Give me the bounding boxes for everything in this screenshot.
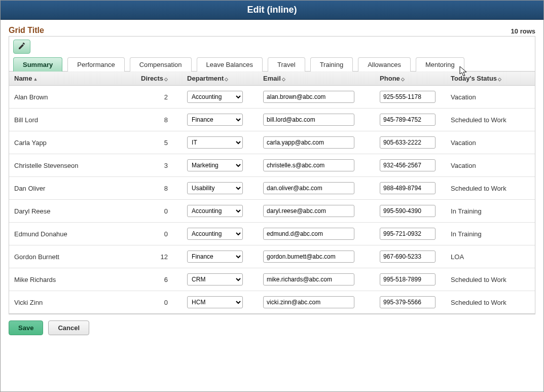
email-input[interactable] (263, 205, 354, 217)
table-row: Daryl Reese0AccountingFinanceITMarketing… (9, 200, 535, 223)
cell-directs: 2 (136, 86, 182, 109)
cell-phone (375, 291, 446, 314)
phone-input[interactable] (380, 228, 436, 240)
cell-phone (375, 200, 446, 223)
cell-directs: 5 (136, 131, 182, 154)
cell-email (258, 268, 375, 291)
cell-directs: 12 (136, 245, 182, 268)
column-header-email[interactable]: Email◇ (258, 72, 375, 86)
column-header-department[interactable]: Department◇ (182, 72, 258, 86)
phone-input[interactable] (380, 296, 436, 308)
action-bar: Save Cancel (9, 320, 535, 335)
table-row: Mike Richards6AccountingFinanceITMarketi… (9, 268, 535, 291)
cell-department: AccountingFinanceITMarketingUsabilityCRM… (182, 86, 258, 109)
table-row: Vicki Zinn0AccountingFinanceITMarketingU… (9, 291, 535, 314)
email-input[interactable] (263, 182, 354, 194)
cell-phone (375, 109, 446, 131)
cell-department: AccountingFinanceITMarketingUsabilityCRM… (182, 291, 258, 314)
save-button[interactable]: Save (9, 320, 43, 335)
cell-name: Bill Lord (9, 109, 136, 131)
cell-department: AccountingFinanceITMarketingUsabilityCRM… (182, 154, 258, 177)
tab-summary[interactable]: Summary (13, 57, 62, 72)
sort-icon: ◇ (401, 77, 405, 82)
table-row: Edmund Donahue0AccountingFinanceITMarket… (9, 223, 535, 245)
cell-directs: 3 (136, 154, 182, 177)
column-header-row: Name▲ Directs◇ Department◇ Email◇ Phone◇ (9, 72, 535, 86)
cancel-button[interactable]: Cancel (48, 320, 89, 335)
cell-email (258, 223, 375, 245)
email-input[interactable] (263, 251, 354, 263)
department-select[interactable]: AccountingFinanceITMarketingUsabilityCRM… (187, 296, 243, 308)
tab-allowances[interactable]: Allowances (358, 57, 411, 72)
phone-input[interactable] (380, 273, 436, 286)
cell-name: Daryl Reese (9, 200, 136, 223)
column-header-name[interactable]: Name▲ (9, 72, 136, 86)
department-select[interactable]: AccountingFinanceITMarketingUsabilityCRM… (187, 91, 243, 103)
cell-department: AccountingFinanceITMarketingUsabilityCRM… (182, 268, 258, 291)
row-count-label: 10 rows (511, 27, 535, 35)
cell-name: Alan Brown (9, 86, 136, 109)
cell-email (258, 154, 375, 177)
tab-leave-balances[interactable]: Leave Balances (197, 57, 263, 72)
email-input[interactable] (263, 159, 354, 171)
phone-input[interactable] (380, 114, 436, 126)
phone-input[interactable] (380, 205, 436, 217)
email-input[interactable] (263, 114, 354, 126)
window-title: Edit (inline) (1, 1, 543, 20)
cell-status: Scheduled to Work (446, 109, 535, 131)
department-select[interactable]: AccountingFinanceITMarketingUsabilityCRM… (187, 159, 243, 171)
phone-input[interactable] (380, 182, 436, 194)
phone-input[interactable] (380, 159, 436, 171)
column-header-status-label: Today's Status (451, 75, 497, 82)
email-input[interactable] (263, 273, 354, 286)
cell-phone (375, 268, 446, 291)
tab-mentoring[interactable]: Mentoring (416, 57, 464, 72)
column-header-status[interactable]: Today's Status◇ (446, 72, 535, 86)
cell-status: LOA (446, 245, 535, 268)
phone-input[interactable] (380, 251, 436, 263)
email-input[interactable] (263, 296, 354, 308)
edit-button[interactable] (13, 40, 30, 54)
content-area: Grid Title 10 rows SummaryPerformanceCom… (1, 20, 543, 391)
column-header-email-label: Email (263, 75, 281, 82)
department-select[interactable]: AccountingFinanceITMarketingUsabilityCRM… (187, 114, 243, 126)
department-select[interactable]: AccountingFinanceITMarketingUsabilityCRM… (187, 228, 243, 240)
cell-directs: 0 (136, 291, 182, 314)
grid-header-row: Grid Title 10 rows (9, 26, 535, 35)
cell-name: Edmund Donahue (9, 223, 136, 245)
cell-phone (375, 86, 446, 109)
table-row: Bill Lord8AccountingFinanceITMarketingUs… (9, 109, 535, 131)
sort-asc-icon: ▲ (33, 77, 38, 82)
cell-email (258, 291, 375, 314)
phone-input[interactable] (380, 136, 436, 149)
email-input[interactable] (263, 91, 354, 103)
cell-name: Christelle Stevenseon (9, 154, 136, 177)
tab-compensation[interactable]: Compensation (130, 57, 192, 72)
tab-bar: SummaryPerformanceCompensationLeave Bala… (9, 57, 535, 71)
pencil-icon (18, 42, 26, 52)
cell-department: AccountingFinanceITMarketingUsabilityCRM… (182, 245, 258, 268)
phone-input[interactable] (380, 91, 436, 103)
data-grid: Name▲ Directs◇ Department◇ Email◇ Phone◇ (9, 71, 535, 314)
cell-directs: 8 (136, 177, 182, 200)
tab-training[interactable]: Training (310, 57, 353, 72)
sort-icon: ◇ (282, 77, 285, 82)
column-header-directs[interactable]: Directs◇ (136, 72, 182, 86)
cell-email (258, 177, 375, 200)
department-select[interactable]: AccountingFinanceITMarketingUsabilityCRM… (187, 182, 243, 194)
email-input[interactable] (263, 136, 354, 149)
cell-status: Scheduled to Work (446, 177, 535, 200)
cell-name: Vicki Zinn (9, 291, 136, 314)
department-select[interactable]: AccountingFinanceITMarketingUsabilityCRM… (187, 136, 243, 149)
cell-department: AccountingFinanceITMarketingUsabilityCRM… (182, 223, 258, 245)
cell-status: Scheduled to Work (446, 291, 535, 314)
department-select[interactable]: AccountingFinanceITMarketingUsabilityCRM… (187, 273, 243, 286)
tab-performance[interactable]: Performance (67, 57, 124, 72)
cell-name: Mike Richards (9, 268, 136, 291)
email-input[interactable] (263, 228, 354, 240)
tab-travel[interactable]: Travel (268, 57, 305, 72)
grid-toolbar (9, 37, 535, 57)
department-select[interactable]: AccountingFinanceITMarketingUsabilityCRM… (187, 251, 243, 263)
column-header-phone[interactable]: Phone◇ (375, 72, 446, 86)
department-select[interactable]: AccountingFinanceITMarketingUsabilityCRM… (187, 205, 243, 217)
